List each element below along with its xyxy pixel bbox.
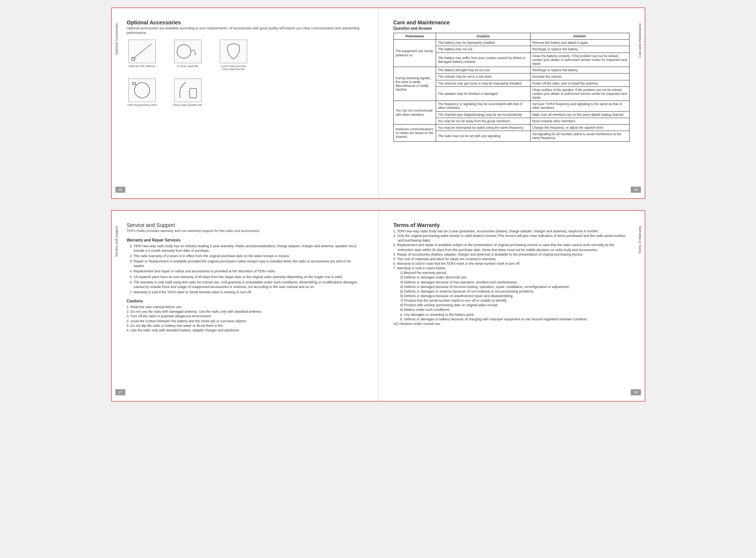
list-item: All repaired parts have its own warranty… xyxy=(134,275,363,279)
accessory-image-speaker xyxy=(174,78,201,102)
list-item: 5. Do not dip the radio or battery into … xyxy=(127,323,363,328)
list-item: 3. Replacement and repair is available s… xyxy=(393,243,630,252)
cell-solution: Remove the battery and attach it again. xyxy=(530,40,629,46)
cell-solution: Clean the battery contacts. If the probl… xyxy=(530,53,629,67)
list-item: 6. Warranty is void in case that the TER… xyxy=(393,261,630,266)
cell-solution: Increase the volume. xyxy=(530,74,629,80)
table-row: You can not communicate with other membe… xyxy=(393,101,629,111)
th-phenomena: Phenomena xyxy=(393,33,436,40)
table-row: The equipment can not be powered on.The … xyxy=(393,40,629,46)
accessory-image-ghook xyxy=(174,40,201,63)
accessory-grid: Optional UHF Antenna G-Hook Lapel Mic Co… xyxy=(127,40,363,106)
cell-analysis: The channel type (digital/analog) may be… xyxy=(436,111,530,118)
intro-optional-accessories: Optional accessories are available accor… xyxy=(127,26,363,35)
cell-solution: Recharge or replace the battery. xyxy=(530,67,629,74)
cell-solution: Recharge or replace the battery. xyxy=(530,46,629,53)
svg-rect-1 xyxy=(132,58,135,61)
cell-analysis: The battery may run out. xyxy=(436,46,530,53)
accessory-image-usb xyxy=(128,78,156,102)
list-item: 5) Defects or damages to antenna because… xyxy=(393,289,630,294)
list-item: 7) Product that the serial-number marks … xyxy=(393,298,630,303)
svg-line-0 xyxy=(133,44,152,59)
th-solution: Solution xyxy=(530,33,629,40)
cell-phenomena: The equipment can not be powered on. xyxy=(393,40,436,67)
page-number: 28 xyxy=(631,389,641,395)
page-number: 26 xyxy=(631,187,641,193)
list-item: The radio warranty of 2-years is in effe… xyxy=(134,254,363,258)
list-item: 4. Repair of accessories (battery, adapt… xyxy=(393,252,630,257)
th-analysis: Analysis xyxy=(436,33,530,40)
accessory-image-covert xyxy=(220,40,247,63)
page-27: Service and Support Service and Support … xyxy=(112,211,378,401)
cell-analysis: The speaker may be blocked or damaged. xyxy=(436,86,530,101)
page-26: Care and Maintenance Care and Maintenanc… xyxy=(378,8,645,198)
cell-solution: Set signaling for all member radios to a… xyxy=(530,131,629,141)
cell-analysis: The frequency or signaling may be incons… xyxy=(436,101,530,111)
heading-care-maintenance: Care and Maintenance xyxy=(393,19,630,26)
list-item: 3) Defects or damages because of mis-ope… xyxy=(393,280,630,285)
sidetab-service-support: Service and Support xyxy=(115,226,118,257)
cell-solution: Move towards other members. xyxy=(530,118,629,124)
list-item: Warranty is void if the TERA label or Se… xyxy=(134,290,363,294)
accessory-item: USB Programming Cable xyxy=(127,78,157,107)
cell-analysis: The battery may be improperly installed. xyxy=(436,40,530,46)
spread-2: Service and Support Service and Support … xyxy=(111,210,645,401)
accessory-label: Optional UHF Antenna xyxy=(127,65,157,68)
intro-service-support: TERA Radio provides warranty and non-war… xyxy=(127,229,363,233)
cell-phenomena: You can not communicate with other membe… xyxy=(393,101,436,125)
list-item: 6. Use the radio only with standard batt… xyxy=(127,328,363,333)
page-28: Terms of Warranty Terms of Warranty 1. T… xyxy=(378,211,645,401)
subhead-warranty-repair: Warranty and Repair Services xyxy=(127,238,363,242)
qa-table: Phenomena Analysis Solution The equipmen… xyxy=(393,33,630,142)
table-row: During receiving signals, the voice is w… xyxy=(393,67,629,74)
list-item: 4) Defects or damages because of incorre… xyxy=(393,285,630,289)
list-item: 1) Beyond the warranty period; xyxy=(393,270,630,275)
heading-optional-accessories: Optional Accessories xyxy=(127,19,363,26)
cell-analysis: You may be too far away from the group m… xyxy=(436,118,530,124)
list-item: 8) Product with unclear purchasing date … xyxy=(393,303,630,307)
page-number: 27 xyxy=(115,389,125,395)
svg-rect-4 xyxy=(133,83,136,85)
list-item: 2. Only the original purchasing sales re… xyxy=(393,233,630,243)
list-item: 1. TERA two-way radio body has an 2-year… xyxy=(393,229,630,233)
cell-solution: Set your TX/RX frequency and signaling t… xyxy=(530,101,629,111)
subhead-cautions: Cautions xyxy=(127,299,363,303)
list-item: 2. Do not use the radio with damaged ant… xyxy=(127,309,363,314)
list-item: 3. Turn off the radio in potential dange… xyxy=(127,314,363,318)
svg-rect-5 xyxy=(190,88,197,98)
list-item: 10) Abrasion under normal use. xyxy=(393,321,630,326)
heading-service-support: Service and Support xyxy=(127,222,363,228)
accessory-item: Heavy Duty Speaker Mic xyxy=(173,78,203,107)
cell-solution: Clean surface of the speaker. If the pro… xyxy=(530,86,629,101)
accessory-label: G-Hook Lapel Mic xyxy=(173,65,203,68)
subheading-qa: Question and Answer xyxy=(393,26,630,30)
accessory-item: G-Hook Lapel Mic xyxy=(173,40,203,70)
cell-solution: Power off the radio, and re-install the … xyxy=(530,80,629,86)
page-25: Optional Accessories Optional Accessorie… xyxy=(112,8,378,198)
list-item: 5. The cost of materials and labor for r… xyxy=(393,257,630,261)
list-item: 2) Defects or damages under abnormal use… xyxy=(393,275,630,280)
accessory-label: USB Programming Cable xyxy=(127,104,157,107)
cell-analysis: You may be interrupted by radios using t… xyxy=(436,125,530,131)
list-item: 6) Defects or damages because of unautho… xyxy=(393,294,630,298)
terms-list: 1. TERA two-way radio body has an 2-year… xyxy=(393,229,630,326)
spread-1: Optional Accessories Optional Accessorie… xyxy=(111,8,645,199)
list-item: a. Any damages or unsealing to the batte… xyxy=(393,312,630,317)
accessory-label: Covert Clear Acoustic Tube Earphone Mic xyxy=(218,65,249,70)
cell-analysis: The battery strength may be too low. xyxy=(436,67,530,74)
cautions-list: 1. Read the user manual before use.2. Do… xyxy=(127,305,363,333)
sidetab-optional-accessories: Optional Accessories xyxy=(115,23,118,55)
list-item: The warranty is only valid using this ra… xyxy=(134,280,363,289)
warranty-repair-list: TERA two-way radio body has an industry … xyxy=(127,244,363,294)
cell-solution: Make sure all members are on the same di… xyxy=(530,111,629,118)
cell-analysis: The antenna may get loose or may be impr… xyxy=(436,80,530,86)
cell-phenomena: During receiving signals, the voice is w… xyxy=(393,67,436,101)
cell-analysis: The radio may not be set with any signal… xyxy=(436,131,530,141)
accessory-image-antenna xyxy=(128,40,156,63)
list-item: TERA two-way radio body has an industry … xyxy=(134,244,363,253)
page-number: 25 xyxy=(115,187,125,193)
cell-solution: Change the frequency, or adjust the sque… xyxy=(530,125,629,131)
sidetab-terms-warranty: Terms of Warranty xyxy=(638,226,642,254)
list-item: 9) Battery under such conditions: xyxy=(393,307,630,312)
list-item: 4. Avoid the contact between the battery… xyxy=(127,319,363,323)
